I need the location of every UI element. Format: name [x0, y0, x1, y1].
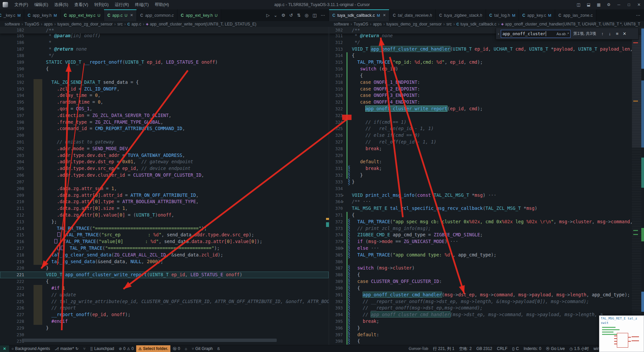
code-line[interactable]: 220} [0, 265, 329, 272]
more-actions-icon[interactable]: ⋯ [319, 13, 327, 18]
code-line[interactable]: 391 app_onoff_cluster_cmd_handler(msg->d… [329, 292, 632, 298]
split-editor-icon[interactable]: ◫ [311, 13, 318, 18]
tab-tal_data_receive.h[interactable]: Ctal_data_receive.h [389, 9, 436, 21]
code-line[interactable]: 325 // rel_on(ep_id - 1, 1) [329, 125, 632, 132]
tab-tuya_sdk_callback.c[interactable]: Ctuya_sdk_callback.cM✕ [329, 9, 389, 21]
fold-chevron-icon[interactable]: › [342, 192, 344, 199]
breadcrumb-item[interactable]: src [117, 22, 123, 26]
code-line[interactable]: 226 // report [0, 305, 329, 311]
port-item[interactable]: Ⓦ0 [170, 345, 182, 352]
code-line[interactable]: 394 // app_onoff_cluster_cmd_handler(msg… [329, 311, 632, 318]
code-line[interactable]: 189STATIC VOID_T __report_onoff(UINT8_T … [0, 59, 329, 66]
code-line[interactable]: 323 [329, 112, 632, 119]
code-line[interactable]: 328 break; [329, 145, 632, 152]
code-line[interactable]: 315 TAL_PR_TRACE("ep_id: %d,cmd: %d", ep… [329, 59, 632, 66]
code-line[interactable]: 186 * [0, 39, 329, 46]
close-button[interactable]: ✕ [634, 2, 644, 7]
menu-运行(R)[interactable]: 运行(R) [112, 0, 132, 9]
tab-app_common.c[interactable]: Capp_common.c [137, 9, 177, 21]
code-line[interactable]: 191 [0, 72, 329, 79]
menu-编辑(E)[interactable]: 编辑(E) [31, 0, 51, 9]
code-line[interactable]: 370TAL_MSG_RET_E tal_zcl_specific_msg_re… [329, 205, 632, 212]
git-branch-item[interactable]: ⎇master*↻ [52, 345, 81, 352]
code-line[interactable]: 387 switch (msg->cluster) [329, 265, 632, 272]
close-tab-icon[interactable]: ✕ [130, 13, 133, 17]
menu-终端(T)[interactable]: 终端(T) [132, 0, 152, 9]
close-find-icon[interactable]: ✕ [621, 31, 628, 36]
breadcrumb-symbol[interactable]: app_onoff_cluster_write_report(UINT8_T, … [150, 22, 256, 26]
git-compare-icon[interactable]: ⇅ [295, 13, 302, 18]
tab-tuya_zigbee_stack.h[interactable]: Ctuya_zigbee_stack.h [436, 9, 486, 21]
code-line[interactable]: 319 case ONOFF_2_ENDPOINT: [329, 86, 632, 93]
tab-app_key.c[interactable]: Capp_key.cM [519, 9, 555, 21]
code-line[interactable]: 199 .command_id = CMD_REPORT_ATTRIBUTES_… [0, 125, 329, 132]
code-line[interactable]: 385 TAL_PR_TRACE("app command type: %d",… [329, 252, 632, 258]
code-line[interactable]: 317 { [329, 72, 632, 79]
code-line[interactable]: 397 default: [329, 332, 632, 338]
code-line[interactable]: 314{ [329, 52, 632, 59]
menu-文件(F)[interactable]: 文件(F) [11, 0, 31, 9]
code-line[interactable]: 335›VOID print_zcl_msg_info(const TAL_ZC… [329, 192, 632, 199]
code-line[interactable]: 195 .random_time = 0, [0, 99, 329, 106]
code-line[interactable]: 214 TAL_PR_TRACE("======================… [0, 225, 329, 232]
breadcrumb-item[interactable]: apps [44, 22, 53, 26]
code-line[interactable]: 222{ [0, 278, 329, 285]
code-line[interactable]: 221VOID_T app_onoff_cluster_write_report… [0, 272, 329, 278]
code-line[interactable]: 194 .delay_time = 0, [0, 92, 329, 99]
code-line[interactable]: 392 // __report_user_onoff(msg->dst_ep, … [329, 298, 632, 305]
code-line[interactable]: 202 .addr.mode = SEND_MODE_DEV, [0, 145, 329, 152]
timeline-history-icon[interactable]: ↺ [288, 13, 295, 18]
extension-item[interactable]: ß [215, 345, 222, 352]
code-line[interactable]: 227 __report_onoff(ep_id, onoff); [0, 311, 329, 318]
tab-app_key.h[interactable]: Capp_key.hM [24, 9, 60, 21]
layout-grid-icon[interactable]: ▦ [594, 2, 604, 7]
find-previous-icon[interactable]: ↑ [599, 31, 606, 36]
goto-symbol-icon[interactable]: ◎ [303, 13, 310, 18]
code-line[interactable]: 327 // rel_off(ep_id - 1, 1) [329, 139, 632, 145]
maximize-button[interactable]: □ [624, 2, 634, 7]
git-graph-item[interactable]: ⑂Git Graph [190, 345, 215, 352]
code-line[interactable]: 389 case CLUSTER_ON_OFF_CLUSTER_ID: [329, 278, 632, 285]
eol[interactable]: CRLF [495, 345, 510, 352]
toggle-sidebar-icon[interactable]: ◫ [574, 2, 584, 7]
menu-选择(S)[interactable]: 选择(S) [51, 0, 71, 9]
encoding[interactable]: GB 2312 [474, 345, 494, 352]
breadcrumb-item[interactable]: apps [373, 22, 382, 26]
breadcrumb-item[interactable]: software [334, 22, 349, 26]
minimap-slider[interactable] [632, 27, 641, 148]
code-line[interactable]: 201 // unicast to gateway [0, 139, 329, 145]
cursor-tab-item[interactable]: Cursor Tab [406, 345, 430, 352]
code-line[interactable]: 211 .data.zg.attr[0].size = 1, [0, 205, 329, 212]
time-tracker-item[interactable]: ◷1.5 小时 [567, 345, 591, 352]
tab-app_ext_key.c[interactable]: Capp_ext_key.cU [61, 9, 104, 21]
code-line[interactable]: 320 case ONOFF_3_ENDPOINT: [329, 92, 632, 99]
code-line[interactable]: 213 }; [0, 219, 329, 225]
breadcrumb-item[interactable]: TuyaOS [24, 22, 39, 26]
code-line[interactable]: 318 case ONOFF_1_ENDPOINT: [329, 79, 632, 86]
code-line[interactable]: 388 { [329, 272, 632, 278]
code-line[interactable]: 321 case ONOFF_4_ENDPOINT: [329, 99, 632, 106]
fold-chevron-icon[interactable]: › [342, 238, 344, 245]
code-line[interactable]: 197 .direction = ZG_ZCL_DATA_SERVER_TO_C… [0, 112, 329, 119]
cursor-position[interactable]: 行 221, 列 1 [431, 345, 457, 352]
tab-tal_log.h[interactable]: Ctal_log.hM [486, 9, 519, 21]
code-line[interactable]: 218 tal_zg_clear_send_data(ZG_CLEAR_ALL_… [0, 252, 329, 258]
whole-word-icon[interactable]: ab [561, 32, 566, 36]
code-line[interactable]: 375› if (msg->mode == ZG_UNICAST_MODE) ·… [329, 238, 632, 245]
code-line[interactable]: 206 .addr.type.dev.cluster_id = CLUSTER_… [0, 172, 329, 179]
code-line[interactable]: 198 .frame_type = ZG_ZCL_FRAME_TYPE_GLOB… [0, 119, 329, 126]
more-tabs-icon[interactable]: ⋯ [634, 13, 642, 18]
code-line[interactable]: 386 [329, 258, 632, 265]
code-line[interactable]: 364›/** ··· [329, 198, 632, 205]
breadcrumb-item[interactable]: software [5, 22, 20, 26]
breadcrumb-item[interactable]: tuyaos_demo_zg_door_sensor [386, 22, 442, 26]
code-line[interactable]: 396 } [329, 325, 632, 332]
tab-app_ias_zone.c[interactable]: Capp_ias_zone.c [555, 9, 596, 21]
code-line[interactable]: 196 .qos = QOS_1, [0, 106, 329, 112]
find-next-icon[interactable]: ↓ [606, 31, 613, 36]
breadcrumb-item[interactable]: src [446, 22, 452, 26]
find-input[interactable]: app_onoff_cluster Aaab.* [501, 30, 571, 38]
tab-app_ext_key.h[interactable]: Capp_ext_key.hU [177, 9, 221, 21]
code-line[interactable]: 324 // if(cmd == 1) [329, 119, 632, 126]
code-line[interactable]: 333} [329, 179, 632, 185]
